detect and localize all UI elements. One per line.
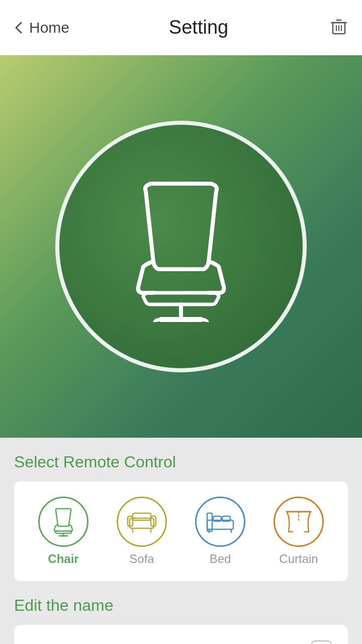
back-button[interactable]: Home xyxy=(12,19,69,36)
edit-name-section-title: Edit the name xyxy=(14,596,348,615)
bottom-section: Select Remote Control Chair xyxy=(0,438,362,644)
bed-circle xyxy=(195,497,245,547)
trash-icon xyxy=(328,16,350,38)
hero-circle xyxy=(55,121,307,372)
chevron-left-icon xyxy=(12,21,26,35)
svg-rect-9 xyxy=(133,513,151,520)
sofa-small-icon xyxy=(126,509,158,534)
chair-hero-icon xyxy=(111,171,251,322)
delete-button[interactable] xyxy=(328,16,350,40)
hero-section xyxy=(0,55,362,438)
header: Home Setting xyxy=(0,0,362,55)
chair-label: Chair xyxy=(48,552,78,566)
bed-label: Bed xyxy=(210,552,231,566)
remote-section-title: Select Remote Control xyxy=(14,453,348,471)
curtain-circle xyxy=(274,497,324,547)
remote-selector: Chair Sofa xyxy=(14,481,348,581)
bed-small-icon xyxy=(204,509,236,534)
sofa-label: Sofa xyxy=(129,552,154,566)
remote-item-chair[interactable]: Chair xyxy=(38,497,88,566)
curtain-label: Curtain xyxy=(279,552,318,566)
pencil-icon xyxy=(310,639,333,644)
chair-circle xyxy=(38,497,88,547)
remote-item-sofa[interactable]: Sofa xyxy=(117,497,167,566)
sofa-circle xyxy=(117,497,167,547)
back-label: Home xyxy=(29,19,69,36)
edit-name-box: Chair xyxy=(14,625,348,644)
remote-item-curtain[interactable]: Curtain xyxy=(274,497,324,566)
remote-item-bed[interactable]: Bed xyxy=(195,497,245,566)
chair-small-icon xyxy=(49,507,77,537)
svg-rect-21 xyxy=(312,641,331,644)
edit-pencil-button[interactable] xyxy=(310,639,333,644)
curtain-small-icon xyxy=(283,508,315,536)
page-title: Setting xyxy=(169,17,228,38)
edit-name-value: Chair xyxy=(29,642,70,645)
